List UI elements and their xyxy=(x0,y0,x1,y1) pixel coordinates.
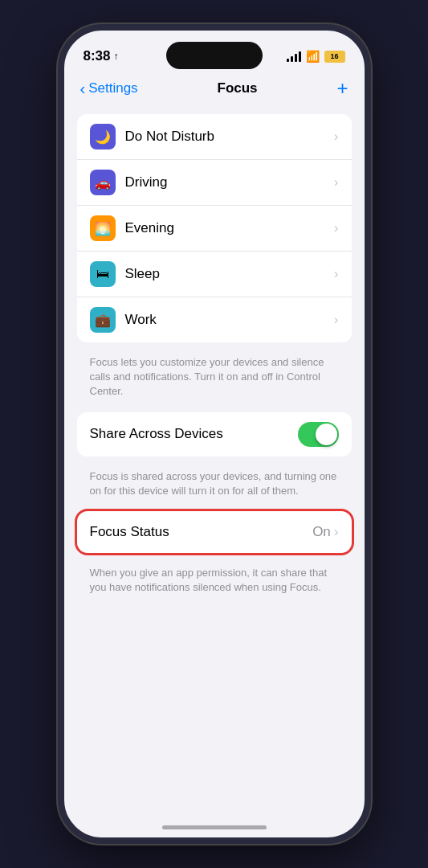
status-icons: 📶 16 xyxy=(287,50,345,63)
list-item[interactable]: 💼 Work › xyxy=(77,297,352,342)
share-across-devices-description: Focus is shared across your devices, and… xyxy=(77,463,352,511)
focus-description: Focus lets you customize your devices an… xyxy=(77,349,352,412)
add-button[interactable]: + xyxy=(336,79,348,98)
back-button[interactable]: ‹ Settings xyxy=(80,80,138,96)
work-icon: 💼 xyxy=(90,307,116,333)
list-item[interactable]: 🚗 Driving › xyxy=(77,160,352,206)
page-title: Focus xyxy=(218,80,258,96)
share-across-devices-toggle[interactable] xyxy=(298,422,339,447)
list-item[interactable]: 🌅 Evening › xyxy=(77,206,352,252)
driving-label: Driving xyxy=(125,174,334,190)
phone-frame: 8:38 ↑ 📶 16 ‹ Settings Focus + xyxy=(58,24,371,844)
work-label: Work xyxy=(125,312,334,328)
home-indicator xyxy=(162,825,267,829)
share-across-devices-row[interactable]: Share Across Devices xyxy=(77,412,352,457)
status-time-area: 8:38 ↑ xyxy=(84,48,119,64)
evening-icon: 🌅 xyxy=(90,215,116,241)
chevron-icon: › xyxy=(334,129,339,145)
list-item[interactable]: 🌙 Do Not Disturb › xyxy=(77,114,352,160)
focus-status-value: On xyxy=(312,524,331,540)
driving-icon: 🚗 xyxy=(90,170,116,195)
sleep-label: Sleep xyxy=(125,266,334,282)
signal-bars-icon xyxy=(287,51,301,62)
do-not-disturb-icon: 🌙 xyxy=(90,124,116,149)
back-label: Settings xyxy=(88,80,137,96)
chevron-icon: › xyxy=(334,174,339,190)
location-arrow-icon: ↑ xyxy=(114,51,119,62)
focus-status-group: Focus Status On › xyxy=(77,511,352,553)
toggle-thumb xyxy=(316,424,337,445)
chevron-icon: › xyxy=(334,220,339,236)
status-time: 8:38 xyxy=(84,48,111,64)
focus-status-row[interactable]: Focus Status On › xyxy=(77,511,352,553)
list-item[interactable]: 🛏 Sleep › xyxy=(77,252,352,297)
focus-status-description: When you give an app permission, it can … xyxy=(77,559,352,608)
chevron-icon: › xyxy=(334,266,339,282)
wifi-icon: 📶 xyxy=(306,50,320,63)
share-across-devices-label: Share Across Devices xyxy=(90,426,298,442)
focus-items-group: 🌙 Do Not Disturb › 🚗 Driving › 🌅 Evening… xyxy=(77,114,352,342)
navigation-bar: ‹ Settings Focus + xyxy=(64,76,365,108)
battery-icon: 16 xyxy=(324,51,345,63)
evening-label: Evening xyxy=(125,220,334,236)
focus-status-label: Focus Status xyxy=(90,524,313,540)
do-not-disturb-label: Do Not Disturb xyxy=(125,129,334,145)
chevron-icon: › xyxy=(334,312,339,328)
share-across-devices-group: Share Across Devices xyxy=(77,412,352,457)
dynamic-island xyxy=(166,42,263,69)
content-area: 🌙 Do Not Disturb › 🚗 Driving › 🌅 Evening… xyxy=(64,108,365,614)
focus-status-chevron-icon: › xyxy=(334,524,339,540)
sleep-icon: 🛏 xyxy=(90,261,116,287)
back-chevron-icon: ‹ xyxy=(80,80,86,96)
